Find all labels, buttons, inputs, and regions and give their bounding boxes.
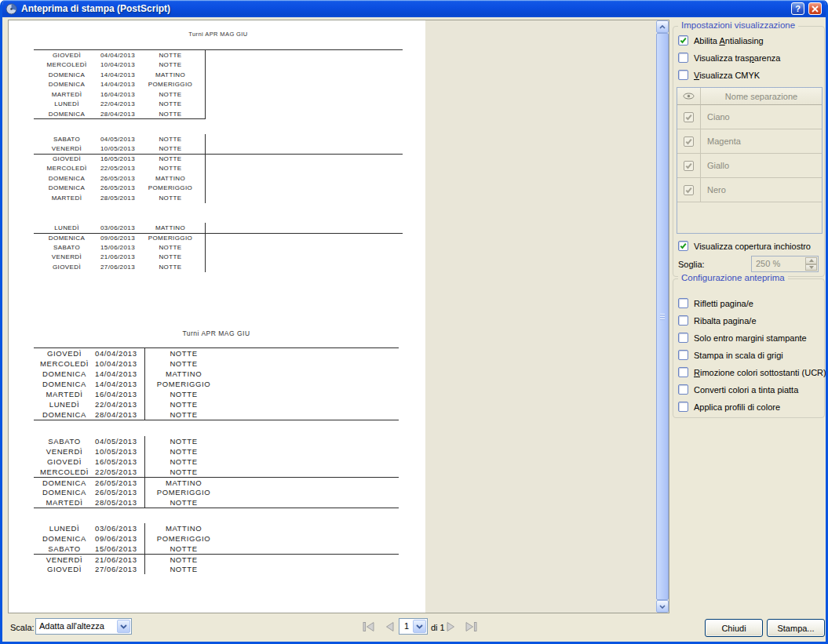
dropdown-button[interactable]: [117, 620, 130, 633]
checkbox-abilita-antialiasing[interactable]: Abilita Antialiasing: [678, 35, 764, 45]
checkbox-label: Converti colori a tinta piatta: [694, 385, 798, 395]
scrollbar-thumb[interactable]: [656, 33, 669, 600]
checkbox-stampa-scala-grigi[interactable]: Stampa in scala di grigi: [678, 350, 783, 360]
separation-row: Nero: [677, 178, 822, 202]
schedule-row: DOMENICA14/04/2013MATTINO: [34, 70, 403, 80]
vertical-scrollbar[interactable]: [656, 20, 669, 613]
schedule-table: SABATO04/05/2013NOTTEVENERDÌ10/05/2013NO…: [34, 134, 403, 203]
schedule-row: SABATO15/06/2013NOTTE: [34, 544, 399, 554]
separation-checkbox: [684, 161, 694, 171]
dropdown-button[interactable]: [413, 620, 426, 633]
schedule-row: MARTEDÌ16/04/2013NOTTE: [34, 389, 399, 399]
app-icon: [5, 3, 17, 15]
checkbox-label: Stampa in scala di grigi: [694, 351, 783, 360]
separations-table: Nome separazione Ciano Magenta Giallo Ne…: [677, 87, 823, 234]
display-settings-group: Impostazioni visualizzazione Abilita Ant…: [673, 26, 825, 277]
schedule-title-large: Turni APR MAG GIU: [34, 329, 399, 337]
schedule-row: SABATO15/06/2013NOTTE: [34, 242, 403, 253]
checkbox-label: Rifletti pagina/e: [694, 299, 753, 308]
checkbox-box: [678, 53, 688, 63]
separation-name: Nero: [701, 178, 822, 202]
separation-checkbox: [684, 136, 694, 147]
checkbox-rimozione-ucr[interactable]: Rimozione colori sottostanti (UCR): [678, 367, 826, 377]
checkbox-label: Applica profili di colore: [694, 402, 780, 412]
page-number-value: 1: [404, 621, 409, 631]
eye-icon: [683, 93, 695, 100]
separation-name: Magenta: [701, 129, 822, 153]
schedule-row: DOMENICA26/05/2013MATTINO: [34, 477, 399, 487]
next-page-icon: [443, 620, 459, 633]
print-preview-dialog: Anteprima di stampa (PostScript) ? Turni…: [0, 0, 828, 644]
spinner-down-icon: [805, 264, 817, 271]
checkbox-label: Rimozione colori sottostanti (UCR): [694, 368, 826, 377]
schedule-row: GIOVEDÌ27/06/2013NOTTE: [34, 564, 399, 574]
schedule-row: GIOVEDÌ27/06/2013NOTTE: [34, 262, 403, 272]
schedule-row: MERCOLEDÌ22/05/2013NOTTE: [34, 467, 399, 477]
scroll-up-button[interactable]: [656, 20, 669, 33]
checkbox-box: [678, 241, 688, 251]
spinner-up-icon: [805, 257, 817, 264]
schedule-row: MERCOLEDÌ22/05/2013NOTTE: [34, 164, 403, 174]
schedule-row: DOMENICA09/06/2013POMERIGGIO: [34, 533, 399, 544]
visibility-column-header[interactable]: [677, 88, 701, 105]
page-number-select[interactable]: 1: [399, 618, 428, 635]
separation-row: Magenta: [677, 129, 822, 154]
schedule-table: GIOVEDÌ04/04/2013NOTTEMERCOLEDÌ10/04/201…: [34, 49, 403, 119]
schedule-row: LUNEDÌ03/06/2013MATTINO: [34, 223, 403, 233]
schedule-row: VENERDÌ21/06/2013NOTTE: [34, 554, 399, 564]
scroll-down-button[interactable]: [656, 600, 669, 613]
checkbox-label: Visualizza CMYK: [694, 71, 760, 80]
group-title: Impostazioni visualizzazione: [678, 20, 798, 30]
preview-config-group: Configurazione anteprima Rifletti pagina…: [673, 278, 825, 418]
print-button[interactable]: Stampa...: [767, 619, 825, 637]
checkbox-visualizza-copertura-inchiostro[interactable]: Visualizza copertura inchiostro: [678, 241, 811, 251]
previous-page-button: [381, 620, 398, 633]
schedule-row: DOMENICA28/04/2013NOTTE: [34, 109, 403, 119]
schedule-title-small: Turni APR MAG GIU: [34, 31, 403, 38]
scale-select[interactable]: Adatta all'altezza: [35, 618, 132, 635]
schedule-row: GIOVEDÌ16/05/2013NOTTE: [34, 457, 399, 467]
close-icon: [812, 5, 819, 13]
schedule-row: GIOVEDÌ16/05/2013NOTTE: [34, 154, 403, 164]
window-title: Anteprima di stampa (PostScript): [21, 3, 170, 14]
checkbox-label: Visualizza trasparenza: [694, 53, 780, 63]
schedule-row: MARTEDÌ28/05/2013NOTTE: [34, 497, 399, 508]
schedule-row: SABATO04/05/2013NOTTE: [34, 134, 403, 144]
schedule-row: DOMENICA28/04/2013NOTTE: [34, 409, 399, 420]
schedule-row: GIOVEDÌ04/04/2013NOTTE: [34, 348, 399, 358]
separations-header-row: Nome separazione: [677, 88, 822, 105]
checkbox-visualizza-trasparenza[interactable]: Visualizza trasparenza: [678, 53, 780, 63]
close-button[interactable]: [808, 2, 822, 15]
checkbox-label: Abilita Antialiasing: [694, 36, 764, 45]
checkbox-ribalta-pagina[interactable]: Ribalta pagina/e: [678, 315, 757, 326]
schedule-row: DOMENICA14/04/2013MATTINO: [34, 369, 399, 379]
separation-name-header[interactable]: Nome separazione: [701, 88, 822, 105]
threshold-input: 250 %: [751, 256, 819, 272]
schedule-row: LUNEDÌ22/04/2013NOTTE: [34, 100, 403, 110]
checkbox-box: [678, 333, 688, 343]
last-page-icon: [463, 620, 479, 633]
chevron-down-icon: [659, 605, 666, 609]
schedule-row: MARTEDÌ28/05/2013NOTTE: [34, 193, 403, 203]
schedule-row: GIOVEDÌ04/04/2013NOTTE: [34, 50, 403, 60]
help-button[interactable]: ?: [791, 2, 804, 15]
first-page-button: [360, 620, 378, 633]
checkbox-label: Ribalta pagina/e: [694, 316, 757, 326]
schedule-table: GIOVEDÌ04/04/2013NOTTEMERCOLEDÌ10/04/201…: [34, 347, 399, 420]
checkbox-solo-entro-margini[interactable]: Solo entro margini stampante: [678, 333, 807, 343]
schedule-row: SABATO04/05/2013NOTTE: [34, 436, 399, 446]
checkbox-box: [678, 367, 688, 377]
threshold-value: 250 %: [756, 259, 780, 268]
checkbox-applica-profili[interactable]: Applica profili di colore: [678, 402, 780, 412]
scale-label: Scala:: [10, 623, 35, 632]
chevron-down-icon: [416, 624, 423, 629]
schedule-row: MARTEDÌ16/04/2013NOTTE: [34, 89, 403, 100]
checkbox-converti-tinta-piatta[interactable]: Converti colori a tinta piatta: [678, 384, 798, 395]
checkbox-visualizza-cmyk[interactable]: Visualizza CMYK: [678, 70, 760, 80]
close-dialog-button[interactable]: Chiudi: [705, 619, 763, 637]
schedule-row: LUNEDÌ22/04/2013NOTTE: [34, 399, 399, 409]
checkbox-rifletti-pagina[interactable]: Rifletti pagina/e: [678, 298, 753, 308]
checkbox-box: [678, 35, 688, 45]
schedule-row: MERCOLEDÌ10/04/2013NOTTE: [34, 60, 403, 71]
separation-checkbox: [684, 112, 694, 122]
